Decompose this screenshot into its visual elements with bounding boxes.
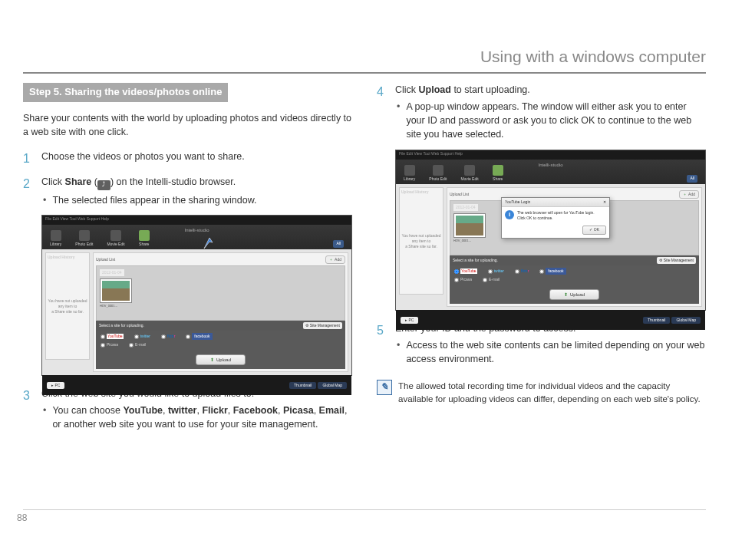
share-icon: ⤴ bbox=[97, 180, 110, 190]
radio[interactable] bbox=[454, 278, 459, 282]
site-management-button[interactable]: ⚙Site Management bbox=[657, 257, 696, 264]
label: Add bbox=[688, 192, 695, 197]
label: facebook bbox=[546, 268, 565, 275]
radio[interactable] bbox=[134, 334, 139, 339]
note: You have not uploaded any item to bbox=[48, 298, 87, 310]
label: Photo Edit bbox=[75, 242, 93, 247]
radio[interactable] bbox=[129, 343, 134, 348]
label: Share bbox=[139, 242, 149, 247]
video-thumb[interactable] bbox=[453, 213, 486, 238]
service-twitter[interactable]: twitter bbox=[488, 268, 504, 274]
service-youtube[interactable]: YouTube bbox=[454, 268, 477, 274]
gear-icon: ⚙ bbox=[305, 323, 308, 328]
site-management-button[interactable]: ⚙Site Management bbox=[303, 322, 342, 329]
service-email[interactable]: E-mail bbox=[129, 342, 146, 348]
label: Upload bbox=[570, 292, 585, 298]
radio[interactable] bbox=[515, 269, 519, 274]
radio[interactable] bbox=[101, 343, 105, 348]
globalmap-tab[interactable]: Global Map bbox=[671, 317, 701, 324]
ss-services-2: Picasa E-mail bbox=[96, 342, 345, 350]
step-heading: Step 5. Sharing the videos/photos online bbox=[23, 83, 228, 102]
add-button[interactable]: ＋Add bbox=[679, 190, 699, 199]
radio[interactable] bbox=[101, 334, 105, 339]
thumbnail-tab[interactable]: Thumbnail bbox=[289, 382, 316, 389]
info-icon: i bbox=[505, 210, 514, 219]
ss-tool-library: Library bbox=[50, 230, 61, 247]
share-icon bbox=[139, 230, 150, 241]
radio[interactable] bbox=[488, 269, 493, 274]
label: Picasa bbox=[107, 342, 118, 348]
upload-button[interactable]: ⬆Upload bbox=[549, 289, 599, 301]
ss-thumbs: 2012-01-04 HDV_0001... bbox=[96, 265, 345, 321]
intro-text: Share your contents with the world by up… bbox=[23, 111, 352, 139]
bullet-icon: • bbox=[43, 404, 46, 431]
service-twitter[interactable]: twitter bbox=[134, 334, 150, 339]
service-flickr[interactable]: flickr bbox=[161, 334, 175, 339]
all-pill[interactable]: All bbox=[333, 240, 344, 247]
movie-edit-icon bbox=[110, 230, 121, 241]
service-picasa[interactable]: Picasa bbox=[454, 277, 472, 282]
step-number: 1 bbox=[23, 150, 34, 167]
label: flickr bbox=[521, 268, 529, 274]
ss-tool-photoedit: Photo Edit bbox=[75, 230, 93, 247]
left-column: Step 5. Sharing the videos/photos online… bbox=[23, 83, 352, 514]
footer-divider bbox=[23, 509, 706, 510]
ss-menubar: File Edit View Tool Web Support Help bbox=[42, 216, 351, 225]
bullet-icon: • bbox=[397, 100, 400, 141]
date-badge: 2012-01-04 bbox=[453, 204, 478, 211]
ok-button[interactable]: ✓ OK bbox=[582, 226, 606, 234]
radio[interactable] bbox=[483, 278, 487, 282]
radio[interactable] bbox=[539, 269, 544, 274]
label: Library bbox=[50, 242, 61, 247]
label: Movie Edit bbox=[460, 176, 478, 182]
thumbnail-tab[interactable]: Thumbnail bbox=[643, 317, 670, 324]
ss-toolbar: Intelli-studio Library Photo Edit Movie … bbox=[396, 160, 705, 184]
radio[interactable] bbox=[161, 334, 166, 339]
service-facebook[interactable]: facebook bbox=[539, 268, 565, 275]
ss-select-bar: Select a site for uploading. ⚙Site Manag… bbox=[450, 255, 699, 265]
video-thumb[interactable] bbox=[100, 278, 132, 303]
radio[interactable] bbox=[454, 269, 459, 274]
ss-tool-share[interactable]: Share bbox=[139, 230, 150, 247]
label: Share bbox=[493, 176, 503, 182]
title: Upload History bbox=[401, 189, 441, 195]
step-2: 2 Click Share (⤴) on the Intelli-studio … bbox=[23, 175, 352, 206]
service-youtube[interactable]: YouTube bbox=[101, 334, 124, 339]
text: ( bbox=[91, 176, 97, 187]
ss-body: Upload History You have not uploaded any… bbox=[42, 249, 351, 376]
text: Click bbox=[41, 176, 65, 187]
ss-upload-history: Upload History You have not uploaded any… bbox=[45, 252, 90, 360]
label: flickr bbox=[167, 334, 175, 339]
all-pill[interactable]: All bbox=[687, 175, 697, 182]
service-email[interactable]: E-mail bbox=[483, 277, 500, 282]
ss-tool-movieedit: Movie Edit bbox=[460, 165, 478, 182]
globalmap-tab[interactable]: Global Map bbox=[318, 382, 347, 389]
service-facebook[interactable]: facebook bbox=[186, 333, 212, 340]
step-number: 2 bbox=[23, 175, 34, 206]
add-button[interactable]: ＋Add bbox=[325, 255, 345, 264]
arrow-icon bbox=[202, 236, 217, 251]
ss-services: YouTube twitter flickr facebook bbox=[450, 265, 699, 277]
ss-body: Upload History You have not uploaded any… bbox=[396, 184, 705, 311]
step-number: 3 bbox=[23, 387, 34, 431]
service-flickr[interactable]: flickr bbox=[515, 268, 529, 274]
upload-list-label: Upload List bbox=[450, 192, 469, 197]
ss-menubar: File Edit View Tool Web Support Help bbox=[396, 150, 705, 160]
gear-icon: ⚙ bbox=[659, 258, 662, 263]
note-text: The allowed total recording time for ind… bbox=[398, 380, 706, 405]
note: You have not uploaded any item to bbox=[401, 233, 441, 245]
screenshot-popup: File Edit View Tool Web Support Help Int… bbox=[395, 150, 706, 311]
label: Select a site for uploading. bbox=[99, 323, 144, 328]
label: Site Management bbox=[664, 258, 694, 263]
service-picasa[interactable]: Picasa bbox=[101, 342, 118, 348]
label: E-mail bbox=[135, 342, 146, 348]
ss-tool-share[interactable]: Share bbox=[493, 165, 503, 182]
youtube-icon: YouTube bbox=[460, 268, 477, 274]
radio[interactable] bbox=[186, 334, 190, 339]
label: Add bbox=[335, 257, 341, 262]
upload-button[interactable]: ⬆Upload bbox=[196, 354, 246, 366]
pc-button[interactable]: ▸ PC bbox=[401, 317, 418, 324]
close-icon[interactable]: ✕ bbox=[603, 199, 606, 205]
pc-button[interactable]: ▸ PC bbox=[47, 382, 64, 389]
step-4: 4 Click Upload to start uploading. • A p… bbox=[377, 83, 706, 142]
